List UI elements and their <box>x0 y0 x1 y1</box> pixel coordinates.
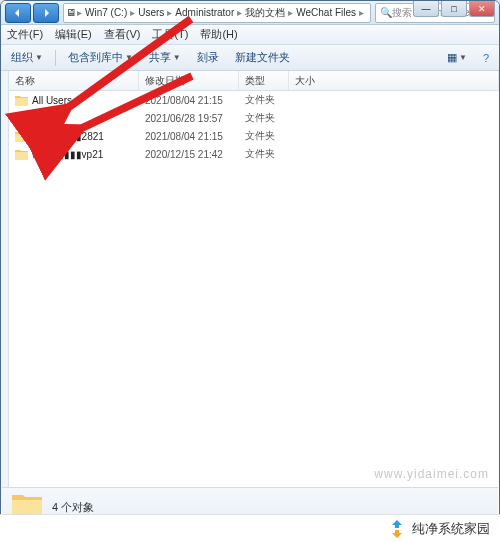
file-date: 2021/08/04 21:15 <box>139 131 239 142</box>
file-name: wxid_▮▮▮▮2821 <box>32 131 104 142</box>
breadcrumb-segment[interactable]: 我的文档 <box>243 6 287 20</box>
menu-tools[interactable]: 工具(T) <box>152 27 188 42</box>
breadcrumb[interactable]: 🖥 ▸ Win7 (C:)▸ Users▸ Administrator▸ 我的文… <box>63 3 371 23</box>
search-icon: 🔍 <box>380 7 392 18</box>
file-pane: 名称 修改日期 类型 大小 All Users 2021/08/04 21:15… <box>9 71 499 509</box>
file-date: 2020/12/15 21:42 <box>139 149 239 160</box>
file-type: 文件夹 <box>239 93 289 107</box>
file-type: 文件夹 <box>239 129 289 143</box>
content-area: 名称 修改日期 类型 大小 All Users 2021/08/04 21:15… <box>1 71 499 509</box>
menu-view[interactable]: 查看(V) <box>104 27 141 42</box>
file-type: 文件夹 <box>239 111 289 125</box>
file-date: 2021/06/28 19:57 <box>139 113 239 124</box>
file-type: 文件夹 <box>239 147 289 161</box>
col-name[interactable]: 名称 <box>9 71 139 90</box>
file-row[interactable]: Applet 2021/06/28 19:57 文件夹 <box>9 109 499 127</box>
column-headers: 名称 修改日期 类型 大小 <box>9 71 499 91</box>
folder-icon <box>15 113 28 124</box>
help-icon[interactable]: ? <box>479 50 493 66</box>
col-type[interactable]: 类型 <box>239 71 289 90</box>
titlebar: 🖥 ▸ Win7 (C:)▸ Users▸ Administrator▸ 我的文… <box>1 1 499 25</box>
breadcrumb-segment[interactable]: WeChat Files <box>294 7 358 18</box>
newfolder-button[interactable]: 新建文件夹 <box>231 48 294 67</box>
folder-icon <box>15 149 28 160</box>
folder-icon <box>15 131 28 142</box>
footer: 纯净系统家园 <box>0 514 500 542</box>
explorer-window: 🖥 ▸ Win7 (C:)▸ Users▸ Administrator▸ 我的文… <box>0 0 500 542</box>
breadcrumb-segment[interactable]: Users <box>136 7 166 18</box>
nav-forward-button[interactable] <box>33 3 59 23</box>
menu-file[interactable]: 文件(F) <box>7 27 43 42</box>
col-date[interactable]: 修改日期 <box>139 71 239 90</box>
file-date: 2021/08/04 21:15 <box>139 95 239 106</box>
file-name: Applet <box>32 113 60 124</box>
file-row[interactable]: wxid_▮▮▮▮2821 2021/08/04 21:15 文件夹 <box>9 127 499 145</box>
nav-back-button[interactable] <box>5 3 31 23</box>
watermark: www.yidaimei.com <box>374 467 489 481</box>
view-options-button[interactable]: ▦▼ <box>443 49 471 66</box>
computer-icon: 🖥 <box>66 7 76 18</box>
include-button[interactable]: 包含到库中▼ <box>64 48 137 67</box>
close-button[interactable]: ✕ <box>469 1 495 17</box>
file-name: All Users <box>32 95 72 106</box>
breadcrumb-segment[interactable]: Win7 (C:) <box>83 7 129 18</box>
brand-text: 纯净系统家园 <box>412 520 490 538</box>
share-button[interactable]: 共享▼ <box>145 48 185 67</box>
maximize-button[interactable]: □ <box>441 1 467 17</box>
status-count: 4 个对象 <box>52 500 94 515</box>
col-size[interactable]: 大小 <box>289 71 499 90</box>
organize-button[interactable]: 组织▼ <box>7 48 47 67</box>
file-row[interactable]: All Users 2021/08/04 21:15 文件夹 <box>9 91 499 109</box>
burn-button[interactable]: 刻录 <box>193 48 223 67</box>
sidebar <box>1 71 9 509</box>
brand-logo-icon <box>388 520 406 538</box>
toolbar: 组织▼ 包含到库中▼ 共享▼ 刻录 新建文件夹 ▦▼ ? <box>1 45 499 71</box>
minimize-button[interactable]: — <box>413 1 439 17</box>
folder-icon <box>15 95 28 106</box>
file-row[interactable]: wxid_▮▮▮▮vp21 2020/12/15 21:42 文件夹 <box>9 145 499 163</box>
menu-help[interactable]: 帮助(H) <box>200 27 237 42</box>
file-name: wxid_▮▮▮▮vp21 <box>32 149 103 160</box>
menu-edit[interactable]: 编辑(E) <box>55 27 92 42</box>
menubar: 文件(F) 编辑(E) 查看(V) 工具(T) 帮助(H) <box>1 25 499 45</box>
breadcrumb-segment[interactable]: Administrator <box>173 7 236 18</box>
